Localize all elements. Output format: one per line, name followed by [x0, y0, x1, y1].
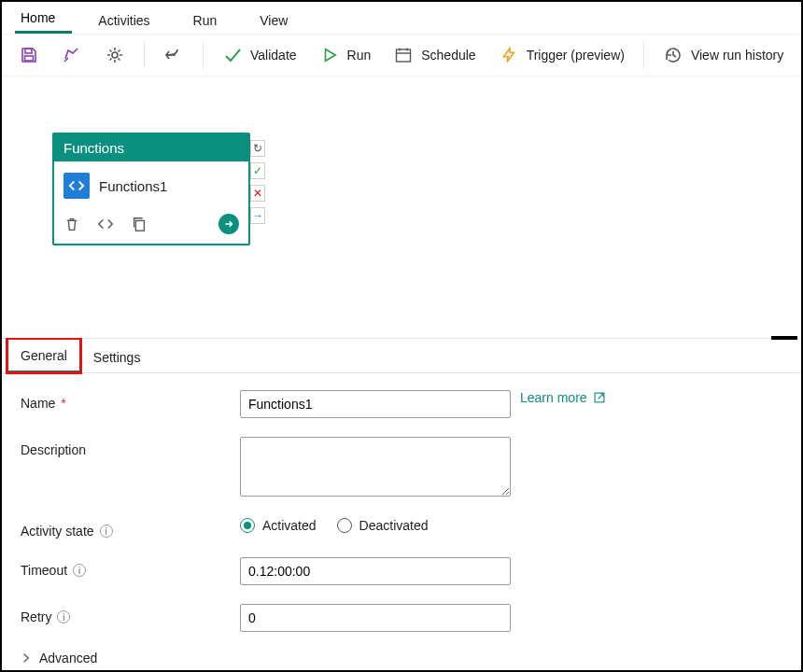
learn-more-link[interactable]: Learn more [520, 390, 606, 405]
svg-point-2 [112, 52, 118, 58]
timeout-input[interactable] [240, 557, 511, 585]
required-asterisk: * [61, 396, 65, 411]
undo-icon [163, 45, 184, 65]
error-icon[interactable]: ✕ [250, 185, 265, 202]
tab-home[interactable]: Home [15, 3, 72, 34]
success-icon[interactable]: ✓ [250, 162, 265, 179]
canvas[interactable]: Functions Functions1 [2, 77, 801, 338]
toolbar-separator [203, 42, 204, 68]
undo-button[interactable] [154, 39, 193, 71]
save-button[interactable] [9, 39, 49, 71]
node-footer [54, 208, 248, 244]
row-activity-state: Activity state i Activated Deactivated [21, 518, 782, 539]
info-icon[interactable]: i [100, 525, 113, 538]
settings-gear-button[interactable] [95, 39, 134, 71]
name-label: Name * [21, 390, 240, 411]
advanced-label: Advanced [39, 651, 97, 665]
schedule-label: Schedule [421, 48, 475, 63]
activity-node-functions[interactable]: Functions Functions1 [52, 133, 250, 245]
tab-general[interactable]: General [7, 339, 80, 372]
properties-panel: General Settings Name * Learn more [2, 338, 801, 672]
svg-rect-10 [135, 220, 144, 231]
tab-activities[interactable]: Activities [92, 6, 166, 34]
info-icon[interactable]: i [57, 610, 70, 623]
discard-button[interactable] [52, 39, 92, 71]
save-icon [19, 45, 39, 65]
row-description: Description [21, 437, 782, 499]
chevron-right-icon [21, 652, 32, 664]
node-title: Functions1 [99, 178, 167, 194]
gear-icon [105, 45, 125, 65]
radio-dot-icon [240, 518, 255, 533]
description-input[interactable] [240, 437, 511, 497]
activity-state-radio-group: Activated Deactivated [240, 518, 511, 533]
check-icon [222, 45, 243, 65]
node-body: Functions1 [54, 161, 248, 208]
history-icon [663, 45, 683, 65]
radio-activated-label: Activated [262, 518, 317, 533]
panel-tab-bar: General Settings [2, 339, 801, 373]
retry-label: Retry i [21, 604, 240, 624]
node-side-icons: ↻ ✓ ✕ → [250, 140, 265, 224]
radio-deactivated-label: Deactivated [359, 518, 429, 533]
schedule-button[interactable]: Schedule [384, 39, 485, 71]
calendar-icon [393, 45, 414, 65]
top-tab-bar: Home Activities Run View [2, 2, 801, 34]
row-retry: Retry i [21, 604, 782, 632]
code-icon [63, 173, 90, 199]
discard-icon [62, 45, 82, 65]
validate-button[interactable]: Validate [213, 39, 306, 71]
svg-rect-1 [25, 56, 34, 61]
delete-icon[interactable] [63, 216, 80, 232]
row-timeout: Timeout i [21, 557, 782, 585]
tab-run[interactable]: Run [188, 6, 234, 34]
view-history-button[interactable]: View run history [654, 39, 793, 71]
radio-activated[interactable]: Activated [240, 518, 317, 533]
tab-view[interactable]: View [254, 6, 304, 34]
play-icon [319, 45, 340, 65]
code-view-icon[interactable] [97, 216, 114, 232]
validate-label: Validate [250, 48, 297, 63]
svg-rect-0 [25, 49, 32, 53]
info-icon[interactable]: i [73, 564, 86, 577]
toolbar-separator [643, 42, 644, 68]
arrow-right-icon[interactable] [218, 214, 239, 234]
tab-settings[interactable]: Settings [80, 341, 154, 372]
splitter-handle-icon[interactable] [771, 336, 797, 340]
radio-deactivated[interactable]: Deactivated [337, 518, 429, 533]
node-header: Functions [54, 134, 248, 161]
trigger-button[interactable]: Trigger (preview) [489, 39, 634, 71]
copy-icon[interactable] [131, 216, 148, 232]
trigger-label: Trigger (preview) [527, 48, 625, 63]
row-name: Name * Learn more [21, 390, 782, 418]
refresh-icon[interactable]: ↻ [250, 140, 265, 157]
toolbar: Validate Run Schedule Trigger (preview) [2, 34, 801, 77]
svg-rect-3 [397, 49, 411, 62]
advanced-toggle[interactable]: Advanced [21, 651, 782, 665]
description-label: Description [21, 437, 240, 457]
activity-state-label: Activity state i [21, 518, 240, 539]
general-form: Name * Learn more Description [2, 373, 801, 672]
run-label: Run [347, 48, 372, 63]
history-label: View run history [691, 48, 783, 63]
run-button[interactable]: Run [310, 39, 381, 71]
radio-dot-icon [337, 518, 352, 533]
lightning-icon [499, 45, 519, 65]
retry-input[interactable] [240, 604, 511, 632]
skip-icon[interactable]: → [250, 207, 265, 224]
timeout-label: Timeout i [21, 557, 240, 578]
external-link-icon [593, 391, 606, 404]
name-input[interactable] [240, 390, 511, 418]
toolbar-separator [144, 42, 145, 68]
